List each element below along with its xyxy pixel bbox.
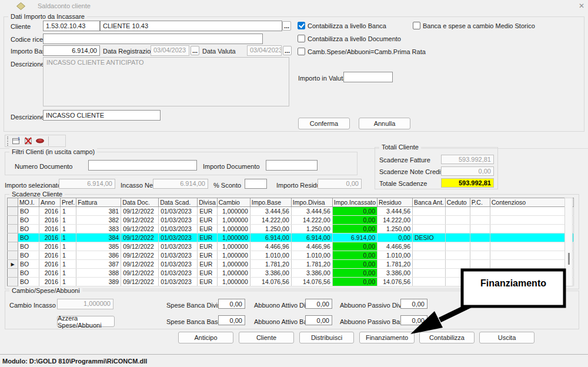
grid-cell[interactable]: 1 [61,207,76,216]
grid-cell[interactable]: BO [18,207,39,216]
grid-cell[interactable]: 14.222,00 [377,216,412,225]
grid-cell[interactable]: BO [18,233,39,242]
grid-cell[interactable]: 2016 [39,233,61,242]
grid-cell[interactable]: EUR [198,233,218,242]
grid-cell[interactable]: 0,00 [332,278,377,286]
grid-cell[interactable]: EUR [198,225,218,233]
grid-cell[interactable]: 1.010,00 [377,251,412,260]
grid-cell[interactable] [412,278,445,286]
grid-cell[interactable]: 09/12/2022 [121,207,159,216]
grid-cell[interactable]: 2016 [39,207,61,216]
grid-cell[interactable]: 14.222,00 [250,216,291,225]
grid-cell[interactable]: 6.914,00 [332,233,377,242]
abbuono-attivo-divisa-field[interactable]: 0,00 [305,299,332,309]
grid-cell[interactable] [470,269,490,278]
grid-cell[interactable]: 4.466,96 [377,242,412,251]
grid-cell[interactable]: 388 [76,269,121,278]
grid-column-header[interactable]: Anno [39,198,61,207]
grid-column-header[interactable]: MO.I. [18,198,39,207]
grid-cell[interactable]: 09/12/2022 [121,260,159,269]
grid-cell[interactable]: 0,00 [332,260,377,269]
grid-cell[interactable]: 01/03/2023 [159,278,198,286]
grid-cell[interactable]: BO [18,225,39,233]
table-row[interactable]: BO2016138809/12/202201/03/2023EUR1,00000… [8,269,574,278]
contabilizza-button[interactable]: Contabilizza [419,332,475,343]
grid-cell[interactable]: 01/03/2023 [159,260,198,269]
grid-column-header[interactable]: Impo.Base [250,198,291,207]
cliente-button[interactable]: Cliente [239,332,294,343]
grid-cell[interactable]: 1.250,00 [250,225,291,233]
grid-cell[interactable] [412,216,445,225]
grid-cell[interactable]: 385 [76,242,121,251]
grid-column-header[interactable]: Fattura [76,198,121,207]
data-registrazione-browse-button[interactable]: ... [191,46,199,55]
row-selector[interactable] [8,242,18,251]
red-disc-icon[interactable] [35,136,45,146]
cliente-code-field[interactable]: 1.53.02.10.43 [43,21,100,31]
table-row[interactable]: BO2016138209/12/202201/03/2023EUR1,00000… [8,216,574,225]
grid-cell[interactable]: EUR [198,216,218,225]
grid-cell[interactable]: 2016 [39,260,61,269]
grid-cell[interactable] [470,225,490,233]
grid-cell[interactable]: 01/03/2023 [159,269,198,278]
row-selector[interactable] [8,225,18,233]
grid-cell[interactable]: 1 [61,242,76,251]
grid-column-header[interactable]: Impo.Incassato [332,198,377,207]
grid-cell[interactable]: DESIO [412,233,445,242]
grid-cell[interactable]: 1 [61,251,76,260]
grid-cell[interactable]: BO [18,269,39,278]
grid-column-header[interactable]: Residuo [377,198,412,207]
grid-cell[interactable]: 1.250,00 [377,225,412,233]
importo-in-valuta-field[interactable] [343,72,393,82]
grid-cell[interactable]: 3.386,00 [291,269,332,278]
grid-cell[interactable]: 09/12/2022 [121,269,159,278]
grid-column-header[interactable]: Divisa [198,198,218,207]
grid-cell[interactable]: 1,000000 [217,251,250,260]
checkbox-banca-cambio-medio[interactable] [413,22,420,29]
grid-cell[interactable]: 3.444,56 [250,207,291,216]
grid-cell[interactable]: 01/03/2023 [159,251,198,260]
grid-cell[interactable]: 09/12/2022 [121,225,159,233]
grid-column-header[interactable]: Banca Ant. [412,198,445,207]
table-row[interactable]: BO2016138509/12/202201/03/2023EUR1,00000… [8,242,574,251]
grid-cell[interactable] [470,233,490,242]
grid-vertical-scrollbar[interactable] [564,198,573,286]
grid-cell[interactable]: BO [18,260,39,269]
grid-cell[interactable] [412,242,445,251]
grid-cell[interactable]: 1,000000 [217,242,250,251]
grid-cell[interactable]: 387 [76,260,121,269]
spese-banca-divisa-field[interactable]: 0,00 [218,299,245,309]
grid-cell[interactable] [490,278,573,286]
grid-column-header[interactable]: Contenzioso [490,198,573,207]
grid-cell[interactable]: 01/03/2023 [159,233,198,242]
grid-cell[interactable]: 0,00 [332,207,377,216]
abbuono-passivo-base-field[interactable]: 0,00 [400,315,427,325]
grid-cell[interactable]: 1.781,20 [377,260,412,269]
grid-cell[interactable]: 1 [61,225,76,233]
checkbox-contabilizza-documento[interactable] [298,35,305,42]
data-valuta-browse-button[interactable]: ... [283,46,292,55]
grid-column-header[interactable]: Data Scad. [159,198,198,207]
grid-cell[interactable] [470,251,490,260]
grid-column-header[interactable]: Data Doc. [121,198,159,207]
grid-cell[interactable] [412,269,445,278]
distribuisci-button[interactable]: Distribuisci [299,332,354,343]
grid-cell[interactable]: 09/12/2022 [121,242,159,251]
grid-cell[interactable]: 1 [61,233,76,242]
grid-cell[interactable] [412,225,445,233]
grid-cell[interactable]: 1 [61,269,76,278]
grid-cell[interactable]: BO [18,242,39,251]
spese-banca-base-field[interactable]: 0,00 [218,315,245,325]
grid-cell[interactable] [470,207,490,216]
grid-cell[interactable] [490,216,573,225]
grid-cell[interactable]: 1,000000 [217,278,250,286]
grid-cell[interactable]: BO [18,251,39,260]
grid-cell[interactable]: 386 [76,251,121,260]
grid-cell[interactable]: 09/12/2022 [121,278,159,286]
grid-cell[interactable]: 0,00 [377,233,412,242]
grid-cell[interactable] [490,269,573,278]
grid-cell[interactable]: 2016 [39,269,61,278]
cliente-name-field[interactable]: CLIENTE 10.43 [100,21,282,31]
grid-cell[interactable]: 0,00 [332,251,377,260]
row-selector[interactable] [8,251,18,260]
